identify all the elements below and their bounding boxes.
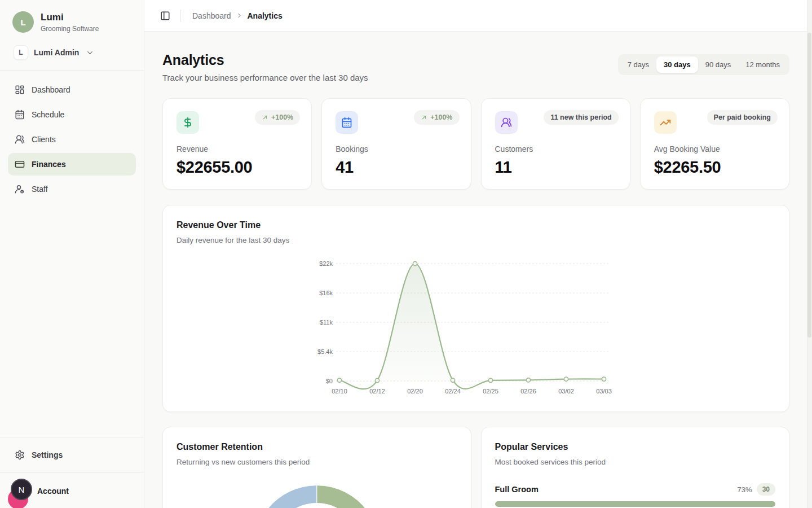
svg-text:$5.4k: $5.4k xyxy=(317,348,333,355)
service-progress-fill xyxy=(495,501,776,507)
credit-card-icon xyxy=(15,159,25,169)
sidebar-item-label: Schedule xyxy=(32,110,64,119)
stat-value: 11 xyxy=(495,158,616,177)
workspace-name: Lumi Admin xyxy=(34,48,79,57)
page-title: Analytics xyxy=(162,52,368,68)
stat-badge-text: 11 new this period xyxy=(550,113,611,121)
scrollbar-track[interactable] xyxy=(807,0,812,508)
stat-card-revenue: +100% Revenue $22655.00 xyxy=(162,98,312,190)
revenue-over-time-card: Revenue Over Time Daily revenue for the … xyxy=(162,205,789,412)
stat-label: Avg Booking Value xyxy=(654,144,775,154)
sidebar-item-staff[interactable]: Staff xyxy=(8,178,136,200)
calendar-icon xyxy=(336,111,358,134)
service-count-badge: 30 xyxy=(757,483,775,496)
sidebar-item-label: Settings xyxy=(32,450,63,459)
retention-donut-chart xyxy=(176,473,457,508)
scrollbar-thumb[interactable] xyxy=(807,33,811,338)
sidebar-item-settings[interactable]: Settings xyxy=(0,437,144,472)
dashboard-icon xyxy=(15,85,25,95)
chart-title: Revenue Over Time xyxy=(176,220,775,230)
arrow-up-right-icon xyxy=(421,114,427,121)
stat-label: Bookings xyxy=(336,144,457,154)
topbar: Dashboard Analytics xyxy=(144,0,812,32)
brand-tagline: Grooming Software xyxy=(41,25,99,33)
sidebar-item-dashboard[interactable]: Dashboard xyxy=(8,78,136,101)
sidebar: L Lumi Grooming Software L Lumi Admin Da… xyxy=(0,0,144,508)
page-header: Analytics Track your business performanc… xyxy=(162,52,789,82)
donut-chart-svg xyxy=(176,473,457,508)
breadcrumb-dashboard[interactable]: Dashboard xyxy=(192,11,231,20)
line-chart-svg: $0$5.4k$11k$16k$22k02/1002/1202/2002/240… xyxy=(307,257,645,399)
service-progress-track xyxy=(495,501,776,507)
stat-card-avg-booking-value: Per paid booking Avg Booking Value $2265… xyxy=(640,98,789,190)
svg-text:$16k: $16k xyxy=(319,290,333,296)
users-icon xyxy=(15,134,25,144)
breadcrumb: Dashboard Analytics xyxy=(192,11,283,20)
card-title: Popular Services xyxy=(495,442,776,452)
main-area: Dashboard Analytics Analytics Track your… xyxy=(144,0,812,508)
svg-text:02/20: 02/20 xyxy=(407,388,423,395)
stat-card-customers: 11 new this period Customers 11 xyxy=(481,98,630,190)
account-label: Account xyxy=(37,487,69,496)
stat-value: 41 xyxy=(336,158,457,177)
sidebar-item-account[interactable]: N Account xyxy=(0,473,144,508)
card-subtitle: Most booked services this period xyxy=(495,458,776,466)
users-icon xyxy=(495,111,518,134)
svg-text:$0: $0 xyxy=(326,378,333,384)
svg-text:02/25: 02/25 xyxy=(483,388,498,395)
svg-text:02/26: 02/26 xyxy=(520,388,536,395)
stat-badge-text: +100% xyxy=(271,113,293,121)
sidebar-item-finances[interactable]: Finances xyxy=(8,153,136,176)
stat-value: $22655.00 xyxy=(176,158,298,177)
stats-grid: +100% Revenue $22655.00 +100% Bookings 4… xyxy=(162,98,789,190)
chevron-right-icon xyxy=(236,12,243,19)
svg-text:03/03: 03/03 xyxy=(596,388,612,395)
brand: L Lumi Grooming Software xyxy=(0,0,144,37)
chevron-down-icon xyxy=(86,49,94,57)
svg-text:02/10: 02/10 xyxy=(332,388,347,395)
customer-retention-card: Customer Retention Returning vs new cust… xyxy=(162,427,471,508)
stat-badge: +100% xyxy=(255,110,300,125)
stat-badge: 11 new this period xyxy=(544,110,618,125)
stat-badge-text: Per paid booking xyxy=(714,113,771,121)
stat-label: Customers xyxy=(495,144,616,154)
dollar-sign-icon xyxy=(176,111,199,134)
trending-up-icon xyxy=(654,111,677,134)
sidebar-item-clients[interactable]: Clients xyxy=(8,128,136,151)
sidebar-item-schedule[interactable]: Schedule xyxy=(8,103,136,126)
stat-card-bookings: +100% Bookings 41 xyxy=(321,98,471,190)
stat-label: Revenue xyxy=(176,144,298,154)
calendar-icon xyxy=(15,110,25,120)
svg-text:02/12: 02/12 xyxy=(369,388,385,395)
content: Analytics Track your business performanc… xyxy=(144,32,812,508)
topbar-divider xyxy=(180,10,181,22)
workspace-switcher[interactable]: L Lumi Admin xyxy=(0,37,144,70)
range-90-days-button[interactable]: 90 days xyxy=(698,56,739,73)
gear-icon xyxy=(15,450,25,460)
service-row: Full Groom 73% 30 xyxy=(495,483,776,507)
range-12-months-button[interactable]: 12 months xyxy=(738,56,787,73)
card-title: Customer Retention xyxy=(176,442,457,452)
sidebar-item-label: Staff xyxy=(32,185,48,194)
arrow-up-right-icon xyxy=(262,114,268,121)
brand-logo: L xyxy=(12,11,34,33)
sidebar-item-label: Clients xyxy=(32,135,56,144)
page-subtitle: Track your business performance over the… xyxy=(162,73,368,82)
sidebar-item-label: Dashboard xyxy=(32,85,70,94)
sidebar-toggle-button[interactable] xyxy=(158,8,173,23)
svg-text:$22k: $22k xyxy=(319,260,333,267)
chart-subtitle: Daily revenue for the last 30 days xyxy=(176,236,775,244)
stat-badge: Per paid booking xyxy=(707,110,778,125)
sidebar-footer: Settings N Account xyxy=(0,437,144,508)
avatar: N xyxy=(11,479,32,500)
svg-text:$11k: $11k xyxy=(320,319,333,326)
brand-name: Lumi xyxy=(41,11,99,23)
range-30-days-button[interactable]: 30 days xyxy=(656,56,698,73)
time-range-control: 7 days 30 days 90 days 12 months xyxy=(618,54,789,75)
stat-badge: +100% xyxy=(414,110,459,125)
workspace-avatar: L xyxy=(14,45,28,60)
service-name: Full Groom xyxy=(495,485,539,494)
account-avatar: N xyxy=(7,479,33,508)
range-7-days-button[interactable]: 7 days xyxy=(620,56,656,73)
popular-services-card: Popular Services Most booked services th… xyxy=(481,427,790,508)
